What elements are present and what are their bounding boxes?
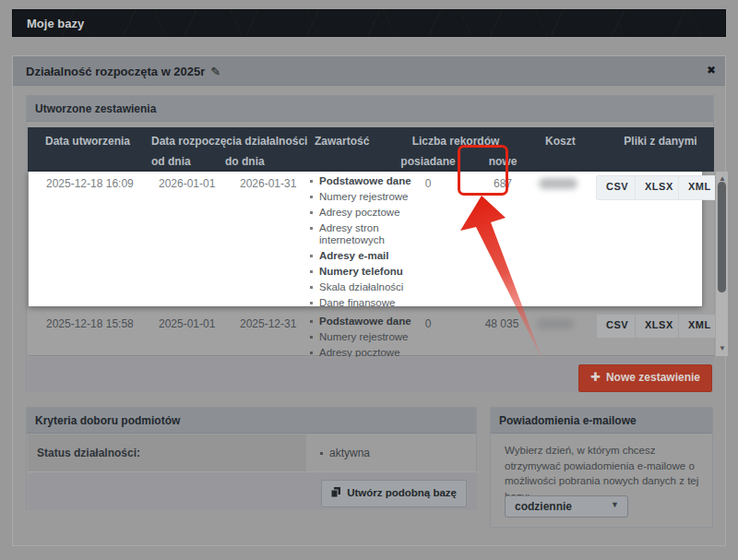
list-item: Numery rejestrowe xyxy=(308,189,411,205)
row1-contents-list: Podstawowe dane Numery rejestrowe Adresy… xyxy=(308,173,411,311)
table-row[interactable]: 2025-12-18 16:09 2026-01-01 2026-01-31 P… xyxy=(29,172,702,306)
col-content: Zawartość xyxy=(315,135,369,148)
reports-section-title: Utworzone zestawienia xyxy=(35,102,156,115)
plus-icon: ✚ xyxy=(590,370,601,384)
notifications-panel-header: Powiadomienia e-mailowe xyxy=(491,408,712,434)
xlsx-button[interactable]: XLSX xyxy=(635,314,684,339)
bullet-icon xyxy=(310,211,313,214)
bullet-icon xyxy=(310,227,313,230)
modal-title: Działalność rozpoczęta w 2025r✎ xyxy=(26,65,220,78)
reports-section-header: Utworzone zestawienia xyxy=(27,96,713,122)
notifications-title: Powiadomienia e-mailowe xyxy=(499,414,637,427)
caret-down-icon: ▼ xyxy=(611,500,619,509)
select-value: codziennie xyxy=(515,500,572,513)
new-report-button[interactable]: ✚Nowe zestawienie xyxy=(578,364,712,392)
criteria-panel: Kryteria doboru podmiotów Status działal… xyxy=(26,407,477,510)
notifications-panel: Powiadomienia e-mailowe Wybierz dzień, w… xyxy=(490,407,713,528)
subcol-from: od dnia xyxy=(151,155,191,168)
subcol-owned: posiadane xyxy=(398,155,458,168)
close-icon[interactable]: ✖ xyxy=(707,64,716,77)
criteria-panel-header: Kryteria doboru podmiotów xyxy=(27,408,476,434)
bullet-icon xyxy=(310,302,313,304)
table-header: Data utworzenia Data rozpoczęcia działal… xyxy=(28,127,714,172)
list-item: Adresy stron internetowych xyxy=(308,220,399,248)
bullet-icon xyxy=(310,196,313,198)
bullet-icon xyxy=(320,452,323,455)
table-scrollbar[interactable]: ▲ ▼ xyxy=(715,172,728,356)
csv-button[interactable]: CSV xyxy=(596,175,638,200)
list-item: Podstawowe dane xyxy=(308,314,411,329)
xlsx-button[interactable]: XLSX xyxy=(635,175,684,200)
row2-contents-list: Podstawowe dane Numery rejestrowe Adresy… xyxy=(308,314,411,361)
clone-database-button[interactable]: Utwórz podobną bazę xyxy=(321,480,467,507)
col-files: Pliki z danymi xyxy=(609,135,712,148)
row1-owned-count: 0 xyxy=(398,177,458,190)
row1-to: 2026-01-31 xyxy=(240,177,296,190)
scrollbar-thumb[interactable] xyxy=(718,182,726,292)
list-item: Numery telefonu xyxy=(308,264,411,280)
reports-section-footer: ✚Nowe zestawienie xyxy=(28,357,714,392)
status-label: Status działalności: xyxy=(37,447,140,459)
bullet-icon xyxy=(310,351,313,354)
row2-owned-count: 0 xyxy=(398,317,458,330)
row1-new-count: 687 xyxy=(481,177,525,190)
database-modal: Działalność rozpoczęta w 2025r✎ ✖ Utworz… xyxy=(12,55,726,546)
row2-cost-redacted xyxy=(537,318,574,329)
subcol-new: nowe xyxy=(481,155,525,168)
criteria-title: Kryteria doboru podmiotów xyxy=(35,414,180,427)
list-item: Numery rejestrowe xyxy=(308,329,411,345)
row2-from: 2025-01-01 xyxy=(159,317,215,330)
row2-created: 2025-12-18 15:58 xyxy=(46,317,134,330)
row2-to: 2025-12-31 xyxy=(240,317,296,330)
bullet-icon xyxy=(310,320,313,323)
edit-pencil-icon[interactable]: ✎ xyxy=(210,65,220,78)
row2-new-count: 48 035 xyxy=(470,317,534,330)
csv-button[interactable]: CSV xyxy=(596,314,638,339)
bullet-icon xyxy=(310,255,313,257)
row1-from: 2026-01-01 xyxy=(159,177,215,190)
col-records: Liczba rekordów xyxy=(400,135,511,148)
subcol-to: do dnia xyxy=(225,155,265,168)
col-created: Data utworzenia xyxy=(45,135,130,148)
col-cost: Koszt xyxy=(545,135,576,148)
row1-cost-redacted xyxy=(539,178,577,189)
table-row[interactable]: 2025-12-18 15:58 2025-01-01 2025-12-31 P… xyxy=(29,308,702,356)
top-navbar: Moje bazy xyxy=(12,9,726,37)
list-item: Adresy pocztowe xyxy=(308,205,411,220)
table-scroll-area: 2025-12-18 16:09 2026-01-01 2026-01-31 P… xyxy=(28,172,714,356)
list-item: Podstawowe dane xyxy=(308,173,411,189)
row1-created: 2025-12-18 16:09 xyxy=(46,177,134,190)
bullet-icon xyxy=(310,180,313,183)
status-value: aktywna xyxy=(320,447,370,459)
criteria-label-cell: Status działalności: xyxy=(28,435,306,471)
col-start-range: Data rozpoczęcia działalności xyxy=(151,135,307,148)
bullet-icon xyxy=(310,270,313,273)
list-item: Skala działalności xyxy=(308,280,411,295)
copy-icon xyxy=(331,482,341,506)
modal-header: Działalność rozpoczęta w 2025r✎ ✖ xyxy=(13,56,725,86)
scroll-down-icon[interactable]: ▼ xyxy=(716,344,729,353)
bullet-icon xyxy=(310,336,313,339)
criteria-panel-footer: Utwórz podobną bazę xyxy=(28,471,477,510)
bullet-icon xyxy=(310,286,313,289)
modal-title-text: Działalność rozpoczęta w 2025r xyxy=(26,65,205,78)
list-item: Adresy e-mail xyxy=(308,248,411,264)
notification-day-select[interactable]: codziennie ▼ xyxy=(505,495,628,518)
navbar-title: Moje bazy xyxy=(27,17,84,30)
reports-section: Utworzone zestawienia Data utworzenia Da… xyxy=(26,95,714,392)
